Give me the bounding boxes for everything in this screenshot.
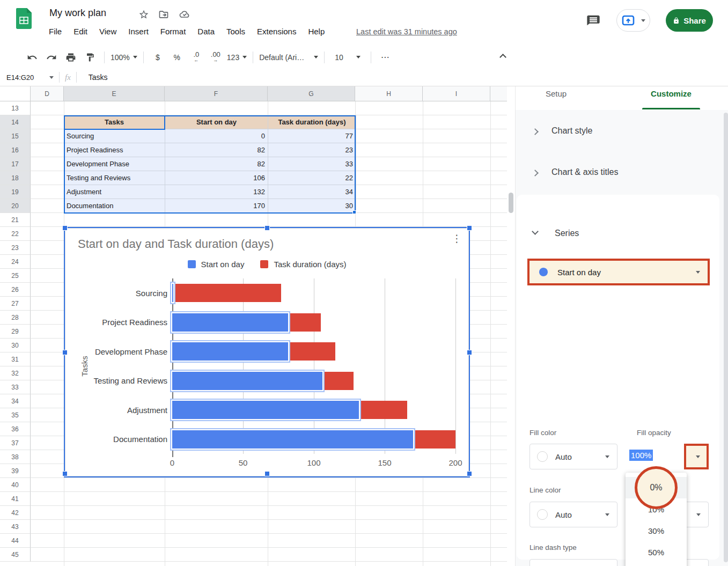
table-cell[interactable]: 132 bbox=[165, 185, 268, 199]
table-cell[interactable]: Testing and Reviews bbox=[64, 171, 165, 185]
chart-resize-handle[interactable] bbox=[467, 225, 472, 231]
table-cell[interactable]: 34 bbox=[268, 185, 356, 199]
format-percent-button[interactable]: % bbox=[169, 49, 185, 65]
column-header-H[interactable]: H bbox=[355, 86, 423, 101]
table-cell[interactable]: 33 bbox=[268, 157, 356, 171]
row-header-39[interactable]: 39 bbox=[0, 464, 31, 478]
table-cell[interactable]: 170 bbox=[165, 199, 268, 213]
opacity-option-30%[interactable]: 30% bbox=[626, 520, 687, 541]
sheets-logo-icon[interactable] bbox=[16, 8, 32, 29]
bar-start-on-day[interactable] bbox=[172, 372, 322, 390]
row-header-13[interactable]: 13 bbox=[0, 101, 31, 115]
table-cell[interactable]: Adjustment bbox=[64, 185, 165, 199]
row-header-35[interactable]: 35 bbox=[0, 408, 31, 422]
row-header-31[interactable]: 31 bbox=[0, 352, 31, 366]
row-header-43[interactable]: 43 bbox=[0, 520, 31, 534]
fill-opacity-dropdown-button[interactable] bbox=[684, 444, 709, 469]
row-header-45[interactable]: 45 bbox=[0, 548, 31, 562]
chart-resize-handle[interactable] bbox=[62, 471, 68, 476]
table-cell[interactable]: 106 bbox=[165, 171, 268, 185]
table-header-cell[interactable]: Start on day bbox=[165, 115, 268, 129]
series-select[interactable]: Start on day bbox=[527, 259, 710, 285]
row-header-27[interactable]: 27 bbox=[0, 297, 31, 311]
row-header-20[interactable]: 20 bbox=[0, 199, 31, 213]
chart-resize-handle[interactable] bbox=[62, 350, 68, 355]
formula-input[interactable]: Tasks bbox=[89, 73, 108, 82]
table-cell[interactable]: Development Phase bbox=[64, 157, 165, 171]
menu-file[interactable]: File bbox=[43, 26, 68, 37]
column-header-I[interactable]: I bbox=[423, 86, 490, 101]
row-header-18[interactable]: 18 bbox=[0, 171, 31, 185]
menu-edit[interactable]: Edit bbox=[68, 26, 93, 37]
font-size-select[interactable]: 10 bbox=[330, 49, 365, 65]
table-cell[interactable]: 0 bbox=[165, 129, 268, 143]
table-cell[interactable]: 22 bbox=[268, 171, 356, 185]
menu-format[interactable]: Format bbox=[155, 26, 192, 37]
column-header-D[interactable]: D bbox=[31, 86, 64, 101]
table-cell[interactable]: 23 bbox=[268, 143, 356, 157]
document-title[interactable]: My work plan bbox=[49, 8, 106, 19]
chart-resize-handle[interactable] bbox=[62, 225, 68, 231]
print-button[interactable] bbox=[63, 49, 79, 65]
bar-task-duration[interactable] bbox=[288, 313, 321, 332]
row-header-38[interactable]: 38 bbox=[0, 450, 31, 464]
row-header-23[interactable]: 23 bbox=[0, 241, 31, 255]
menu-help[interactable]: Help bbox=[302, 26, 330, 37]
column-header-partial[interactable] bbox=[490, 86, 507, 101]
row-header-16[interactable]: 16 bbox=[0, 143, 31, 157]
row-header-30[interactable]: 30 bbox=[0, 339, 31, 352]
increase-decimal-button[interactable]: .00→ bbox=[208, 49, 224, 65]
row-header-44[interactable]: 44 bbox=[0, 534, 31, 548]
undo-button[interactable] bbox=[24, 49, 40, 65]
row-header-34[interactable]: 34 bbox=[0, 394, 31, 408]
row-header-17[interactable]: 17 bbox=[0, 157, 31, 171]
panel-scrollbar[interactable] bbox=[724, 113, 728, 562]
row-header-26[interactable]: 26 bbox=[0, 283, 31, 297]
section-chart-style[interactable]: Chart style bbox=[551, 126, 592, 136]
menu-tools[interactable]: Tools bbox=[220, 26, 251, 37]
chevron-right-icon[interactable] bbox=[532, 170, 539, 177]
last-edit-link[interactable]: Last edit was 31 minutes ago bbox=[356, 27, 457, 36]
menu-extensions[interactable]: Extensions bbox=[251, 26, 302, 37]
table-cell[interactable]: 82 bbox=[165, 143, 268, 157]
format-currency-button[interactable]: $ bbox=[150, 49, 166, 65]
decrease-decimal-button[interactable]: .0← bbox=[188, 49, 204, 65]
table-cell[interactable]: Documentation bbox=[64, 199, 165, 213]
chart-resize-handle[interactable] bbox=[467, 471, 472, 476]
bar-task-duration[interactable] bbox=[413, 430, 455, 449]
row-header-41[interactable]: 41 bbox=[0, 492, 31, 506]
bar-task-duration[interactable] bbox=[322, 372, 354, 390]
table-header-cell[interactable]: Task duration (days) bbox=[268, 115, 356, 129]
row-header-22[interactable]: 22 bbox=[0, 227, 31, 241]
collapse-toolbar-button[interactable] bbox=[501, 52, 508, 60]
share-button[interactable]: Share bbox=[666, 9, 713, 32]
menu-data[interactable]: Data bbox=[192, 26, 220, 37]
fill-opacity-input[interactable]: 100% bbox=[629, 450, 653, 461]
row-header-15[interactable]: 15 bbox=[0, 129, 31, 143]
row-header-21[interactable]: 21 bbox=[0, 213, 31, 227]
line-dash-type-select[interactable] bbox=[530, 559, 617, 566]
bar-start-on-day[interactable] bbox=[172, 430, 413, 449]
table-header-cell[interactable]: Tasks bbox=[64, 115, 165, 129]
fill-color-select[interactable]: Auto bbox=[530, 444, 617, 469]
opacity-option-70%[interactable]: 70% bbox=[626, 563, 687, 566]
row-header-28[interactable]: 28 bbox=[0, 311, 31, 325]
bar-task-duration[interactable] bbox=[172, 284, 281, 302]
redo-button[interactable] bbox=[43, 49, 60, 65]
row-header-36[interactable]: 36 bbox=[0, 422, 31, 436]
line-color-select[interactable]: Auto bbox=[530, 502, 617, 527]
table-cell[interactable]: 82 bbox=[165, 157, 268, 171]
chevron-right-icon[interactable] bbox=[532, 128, 539, 135]
chevron-down-icon[interactable] bbox=[532, 228, 539, 235]
tab-setup[interactable]: Setup bbox=[546, 89, 567, 98]
row-header-37[interactable]: 37 bbox=[0, 436, 31, 450]
more-toolbar-button[interactable]: ⋯ bbox=[377, 49, 393, 65]
bar-task-duration[interactable] bbox=[359, 401, 407, 419]
name-box[interactable]: E14:G20 bbox=[0, 73, 54, 82]
font-select[interactable]: Default (Ari… bbox=[259, 49, 318, 65]
section-series[interactable]: Series bbox=[555, 229, 579, 238]
opacity-option-50%[interactable]: 50% bbox=[626, 541, 687, 563]
column-header-E[interactable]: E bbox=[64, 86, 165, 101]
table-cell[interactable]: Project Readiness bbox=[64, 143, 165, 157]
grid-corner[interactable] bbox=[0, 86, 31, 101]
